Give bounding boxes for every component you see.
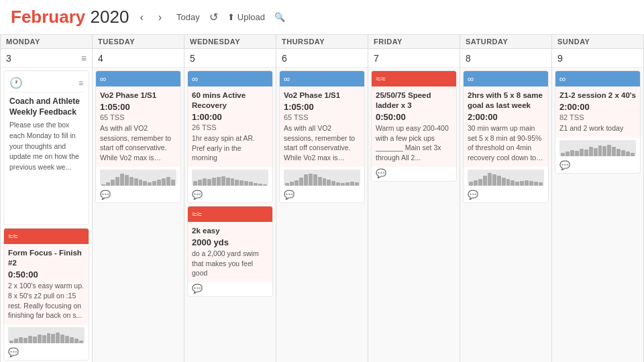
graph-bar — [212, 178, 216, 186]
day-number: 6 — [282, 53, 287, 64]
workout-description: 2 x 100's easy warm up. 8 x 50's z2 pull… — [8, 281, 85, 320]
prev-month-button[interactable]: ‹ — [136, 10, 147, 25]
search-icon: 🔍 — [274, 12, 285, 22]
day-number-row: 8 — [460, 49, 551, 68]
search-button[interactable]: 🔍 — [274, 12, 285, 22]
workout-description: 30 min warm up main set 5 x 8 min at 90-… — [468, 123, 544, 163]
graph-bar — [249, 182, 253, 186]
graph-bar — [621, 150, 625, 156]
graph-bar — [258, 184, 262, 186]
workout-graph — [284, 170, 360, 186]
day-number-row: 3≡ — [1, 49, 92, 68]
day-content-thursday: ∞Vo2 Phase 1/S11:05:0065 TSSAs with all … — [276, 68, 368, 362]
graph-bar — [134, 178, 138, 186]
day-col-saturday: SATURDAY8∞2hrs with 5 x 8 same goal as l… — [460, 35, 552, 362]
day-number: 5 — [190, 53, 195, 64]
graph-bar — [139, 180, 143, 186]
workout-card: ≈≈25/50/75 Speed ladder x 30:50:00Warm u… — [371, 70, 457, 182]
today-button[interactable]: Today — [176, 12, 200, 22]
graph-bar — [304, 174, 308, 186]
day-number: 3 — [6, 53, 11, 64]
workout-card: ∞Z1-2 session 2 x 40's2:00:0082 TSSZ1 an… — [555, 70, 641, 174]
workout-footer: 💬 — [188, 188, 272, 202]
graph-bar — [70, 337, 74, 343]
workout-title: Vo2 Phase 1/S1 — [100, 90, 176, 101]
day-content-friday: ≈≈25/50/75 Speed ladder x 30:50:00Warm u… — [368, 68, 460, 362]
workout-tss: 65 TSS — [284, 113, 360, 121]
comment-icon[interactable]: 💬 — [192, 284, 203, 294]
graph-bar — [244, 181, 248, 186]
feedback-title: Coach and Athlete Weekly Feedback — [9, 97, 83, 117]
swim-icon: ≈≈ — [192, 209, 201, 219]
feedback-menu-icon[interactable]: ≡ — [78, 78, 83, 88]
day-col-monday: MONDAY3≡🕐≡Coach and Athlete Weekly Feedb… — [1, 35, 93, 362]
feedback-header: 🕐≡ — [9, 76, 83, 93]
graph-bar — [534, 182, 538, 186]
graph-bar — [566, 152, 570, 156]
graph-bar — [207, 179, 211, 186]
graph-bar — [589, 147, 593, 156]
graph-bar — [106, 182, 110, 185]
workout-footer: 💬 — [4, 346, 89, 360]
graph-bar — [506, 179, 511, 186]
graph-bar — [594, 148, 598, 156]
day-content-sunday: ∞Z1-2 session 2 x 40's2:00:0082 TSSZ1 an… — [552, 68, 643, 362]
graph-bar — [626, 152, 630, 156]
graph-bar — [602, 146, 606, 156]
workout-description: Z1 and 2 work today — [559, 123, 636, 133]
workout-duration: 2000 yds — [192, 237, 268, 247]
workout-duration: 0:50:00 — [376, 112, 452, 122]
day-content-monday: 🕐≡Coach and Athlete Weekly FeedbackPleas… — [1, 68, 92, 362]
graph-bar — [115, 177, 119, 186]
workout-card-body: Vo2 Phase 1/S11:05:0065 TSSAs with all V… — [280, 86, 364, 167]
day-col-friday: FRIDAY7≈≈25/50/75 Speed ladder x 30:50:0… — [368, 35, 460, 362]
graph-bar — [198, 180, 202, 186]
workout-description: 1hr easy spin at AR. Pref early in the m… — [192, 133, 268, 163]
refresh-button[interactable]: ↺ — [209, 11, 218, 23]
calendar-header: February 2020 ‹ › Today ↺ ⬆ Upload 🔍 — [0, 0, 644, 35]
comment-icon[interactable]: 💬 — [376, 168, 386, 178]
app-container: February 2020 ‹ › Today ↺ ⬆ Upload 🔍 — [0, 0, 644, 362]
comment-icon[interactable]: 💬 — [192, 190, 203, 200]
workout-description: do a 2,000 yard swim that makes you feel… — [192, 249, 268, 278]
graph-bar — [502, 178, 506, 186]
graph-bar — [575, 151, 579, 156]
day-number-row: 5 — [184, 49, 276, 68]
upload-button[interactable]: ⬆ Upload — [227, 12, 265, 22]
day-number-row: 7 — [368, 49, 460, 68]
comment-icon[interactable]: 💬 — [468, 190, 478, 200]
comment-icon[interactable]: 💬 — [284, 190, 294, 200]
comment-icon[interactable]: 💬 — [100, 190, 111, 200]
graph-bar — [561, 153, 565, 156]
workout-card-header: ≈≈ — [372, 71, 456, 86]
graph-bar — [263, 184, 267, 186]
graph-bar — [580, 149, 584, 156]
graph-bar — [33, 337, 37, 343]
graph-bar — [323, 178, 327, 186]
chevron-left-icon: ‹ — [140, 11, 143, 23]
workout-graph-bars — [8, 327, 85, 343]
day-col-sunday: SUNDAY9∞Z1-2 session 2 x 40's2:00:0082 T… — [552, 35, 644, 362]
graph-bar — [570, 150, 574, 156]
graph-bar — [331, 181, 335, 186]
day-header-sunday: SUNDAY — [552, 35, 643, 49]
comment-icon[interactable]: 💬 — [559, 160, 570, 170]
workout-tss: 65 TSS — [100, 113, 176, 121]
workout-card-body: Z1-2 session 2 x 40's2:00:0082 TSSZ1 and… — [555, 86, 640, 137]
comment-icon[interactable]: 💬 — [8, 347, 19, 357]
bike-icon: ∞ — [284, 74, 290, 84]
graph-bar — [120, 174, 124, 186]
day-content-wednesday: ∞60 mins Active Recovery1:00:0026 TSS1hr… — [184, 68, 276, 362]
workout-card: ≈≈2k easy2000 ydsdo a 2,000 yard swim th… — [187, 206, 273, 297]
day-number-row: 4 — [93, 49, 184, 68]
graph-bar — [616, 149, 621, 156]
graph-bar — [492, 174, 496, 186]
swim-icon: ≈≈ — [376, 74, 385, 84]
day-header-thursday: THURSDAY — [276, 35, 368, 49]
next-month-button[interactable]: › — [154, 10, 166, 25]
graph-bar — [525, 180, 529, 186]
graph-bar — [612, 147, 616, 156]
day-content-tuesday: ∞Vo2 Phase 1/S11:05:0065 TSSAs with all … — [93, 68, 184, 362]
day-menu-icon[interactable]: ≡ — [81, 53, 87, 64]
workout-title: 60 mins Active Recovery — [192, 90, 268, 111]
